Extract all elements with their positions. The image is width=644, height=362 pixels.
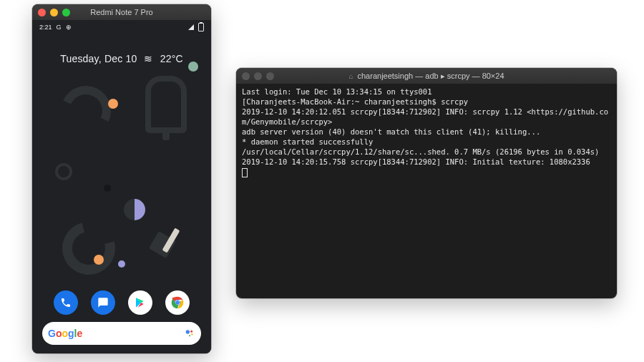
app-phone[interactable]: [54, 290, 78, 315]
messages-icon: [97, 297, 109, 308]
svg-point-6: [190, 331, 192, 333]
term-line: 2019-12-10 14:20:12.051 scrcpy[18344:712…: [242, 107, 608, 126]
wallpaper-dot-green: [188, 62, 198, 72]
home-date-widget[interactable]: Tuesday, Dec 10 ≋ 22°C: [32, 53, 211, 64]
app-chrome[interactable]: [165, 290, 190, 315]
assistant-icon[interactable]: [184, 328, 195, 339]
terminal-titlebar[interactable]: ⌂ charanjeetsingh — adb ▸ scrcpy — 80×24: [236, 68, 617, 84]
app-play-store[interactable]: [128, 290, 152, 315]
svg-point-8: [189, 335, 190, 336]
weather-glyph: ≋: [144, 53, 152, 64]
scrcpy-window: Redmi Note 7 Pro 2:21 G ⊕ Tuesday, Dec 1…: [32, 4, 211, 353]
terminal-cursor: [242, 168, 248, 177]
wallpaper-dot-dark: [104, 185, 111, 192]
svg-point-7: [191, 333, 192, 335]
term-line: /usr/local/Cellar/scrcpy/1.12/share/sc..…: [242, 147, 599, 156]
wallpaper-halfmoon: [124, 199, 145, 220]
google-logo: Google: [48, 328, 82, 339]
term-line: * daemon started successfully: [242, 137, 373, 146]
wallpaper-ring: [55, 163, 72, 180]
phone-screen[interactable]: 2:21 G ⊕ Tuesday, Dec 10 ≋ 22°C: [32, 20, 211, 353]
status-right: [188, 23, 204, 31]
terminal-window: ⌂ charanjeetsingh — adb ▸ scrcpy — 80×24…: [236, 68, 617, 298]
wallpaper-dot-orange2: [94, 255, 104, 265]
term-line: Last login: Tue Dec 10 13:34:15 on ttys0…: [242, 87, 432, 96]
home-icon: ⌂: [348, 72, 353, 80]
term-line: [Charanjeets-MacBook-Air:~ charanjeetsin…: [242, 97, 468, 106]
android-status-bar[interactable]: 2:21 G ⊕: [32, 20, 211, 34]
term-line: 2019-12-10 14:20:15.758 scrcpy[18344:712…: [242, 157, 590, 166]
wallpaper-popsicle-stick: [162, 127, 170, 140]
date-text: Tuesday, Dec 10: [60, 53, 137, 64]
wallpaper-u: [52, 212, 125, 284]
scrcpy-window-title: Redmi Note 7 Pro: [32, 8, 211, 16]
status-clock: 2:21: [39, 24, 52, 31]
play-icon: [135, 297, 146, 308]
google-search-bar[interactable]: Google: [42, 322, 201, 345]
title-text: Redmi Note 7 Pro: [90, 8, 152, 16]
term-line: adb server version (40) doesn't match th…: [242, 127, 540, 136]
status-left: 2:21 G ⊕: [39, 24, 72, 31]
home-dock: [32, 290, 211, 315]
phone-icon: [60, 297, 72, 308]
weather-text: 22°C: [160, 53, 183, 64]
title-text: charanjeetsingh — adb ▸ scrcpy — 80×24: [358, 72, 504, 81]
scrcpy-titlebar[interactable]: Redmi Note 7 Pro: [32, 4, 211, 20]
status-google-icon: G: [57, 24, 62, 31]
wallpaper-popsicle: [145, 76, 187, 133]
status-target-icon: ⊕: [66, 24, 72, 31]
svg-point-5: [186, 330, 190, 333]
terminal-window-title: ⌂ charanjeetsingh — adb ▸ scrcpy — 80×24: [236, 72, 617, 81]
signal-icon: [188, 24, 194, 30]
wallpaper-arc: [54, 79, 118, 143]
wallpaper-dot-purple: [118, 260, 125, 268]
wallpaper-dot-orange: [108, 99, 118, 109]
chrome-icon: [170, 295, 185, 310]
battery-icon: [198, 23, 204, 31]
app-messages[interactable]: [91, 290, 115, 315]
terminal-body[interactable]: Last login: Tue Dec 10 13:34:15 on ttys0…: [236, 84, 617, 180]
